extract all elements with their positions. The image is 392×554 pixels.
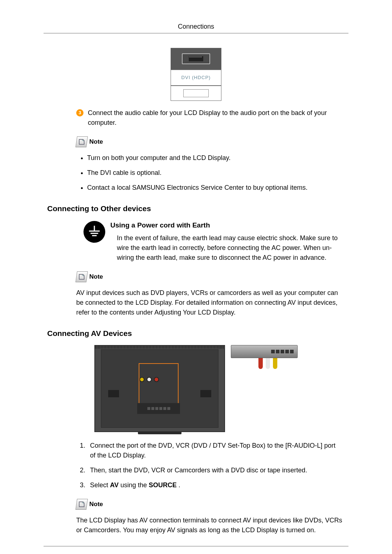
earth-title: Using a Power cord with Earth — [110, 220, 345, 231]
note-1-list: Turn on both your computer and the LCD D… — [87, 153, 345, 193]
note-icon — [75, 136, 88, 147]
av-step-3-post: . — [177, 481, 180, 489]
av-step-3-av: AV — [110, 481, 119, 489]
rca-audio-r-icon — [154, 377, 159, 382]
note-1-item: The DVI cable is optional. — [87, 168, 345, 178]
step-3-text: Connect the audio cable for your LCD Dis… — [88, 108, 341, 128]
step-3: 3 Connect the audio cable for your LCD D… — [76, 108, 345, 128]
av-steps-list: Connect the port of the DVD, VCR (DVD / … — [87, 441, 345, 490]
av-connection-figure — [94, 345, 298, 432]
note-heading-2: Note — [76, 271, 345, 282]
note-1-item: Turn on both your computer and the LCD D… — [87, 153, 345, 163]
header-rule — [44, 33, 348, 33]
earth-ground-icon — [83, 221, 105, 243]
note-label: Note — [89, 272, 103, 282]
rca-video-icon — [139, 377, 144, 382]
av-step-1: Connect the port of the DVD, VCR (DVD / … — [87, 441, 345, 460]
av-step-3-pre: Select — [90, 481, 110, 489]
note-2-text: AV input devices such as DVD players, VC… — [76, 288, 345, 317]
footer-rule — [44, 546, 348, 546]
section-connecting-other: Connecting to Other devices — [47, 203, 345, 214]
dvd-player — [231, 345, 298, 358]
av-step-3-mid: using the — [119, 481, 149, 489]
dvi-port-figure: DVI (HDCP) — [171, 48, 221, 101]
note-heading-3: Note — [76, 499, 345, 510]
av-step-3: Select AV using the SOURCE . — [87, 480, 345, 490]
rca-audio-l-icon — [147, 377, 152, 382]
section-connecting-av: Connecting AV Devices — [47, 328, 345, 339]
tv-back-panel — [94, 345, 225, 432]
note-3-text: The LCD Display has AV connection termin… — [76, 516, 345, 535]
note-icon — [75, 271, 88, 282]
note-heading-1: Note — [76, 136, 345, 147]
earth-text: In the event of failure, the earth lead … — [117, 233, 345, 263]
note-icon — [75, 499, 88, 510]
av-step-2: Then, start the DVD, VCR or Camcorders w… — [87, 465, 345, 475]
earth-block: Using a Power cord with Earth In the eve… — [83, 220, 345, 263]
note-label: Note — [89, 500, 103, 509]
note-label: Note — [89, 137, 103, 147]
page-header: Connections — [44, 22, 348, 32]
rca-plug-red-icon — [258, 358, 263, 369]
dvi-label: DVI (HDCP) — [171, 70, 221, 86]
note-1-item: Contact a local SAMSUNG Electronics Serv… — [87, 183, 345, 193]
av-step-3-source: SOURCE — [149, 481, 177, 489]
rca-plug-yellow-icon — [273, 358, 277, 369]
step-badge-3: 3 — [76, 109, 83, 116]
rca-plug-white-icon — [266, 358, 270, 369]
